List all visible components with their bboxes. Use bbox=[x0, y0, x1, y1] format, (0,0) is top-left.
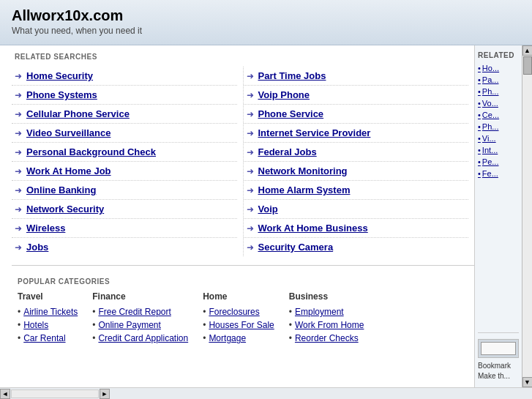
cat-link[interactable]: Hotels bbox=[23, 320, 48, 330]
list-item: Online Payment bbox=[92, 319, 188, 330]
list-item: Hotels bbox=[18, 319, 78, 330]
categories-grid: Travel Airline Tickets Hotels Car Rental… bbox=[15, 291, 471, 346]
header: Allworx10x.com What you need, when you n… bbox=[0, 0, 532, 45]
category-title: Home bbox=[203, 291, 274, 302]
right-link[interactable]: Ho... bbox=[478, 64, 519, 72]
search-link[interactable]: Online Banking bbox=[26, 184, 96, 195]
list-item: Foreclosures bbox=[203, 306, 274, 317]
list-item: ➜ Internet Service Provider bbox=[244, 124, 469, 143]
search-link[interactable]: Voip Phone bbox=[258, 89, 310, 100]
cat-link[interactable]: Reorder Checks bbox=[295, 333, 359, 343]
category-list: Airline Tickets Hotels Car Rental bbox=[18, 306, 78, 343]
category-finance: Finance Free Credit Report Online Paymen… bbox=[92, 291, 188, 346]
category-title: Travel bbox=[18, 291, 78, 302]
popular-categories-label: POPULAR CATEGORIES bbox=[15, 277, 471, 286]
list-item: ➜ Wireless bbox=[12, 219, 237, 238]
search-link[interactable]: Security Camera bbox=[258, 242, 334, 253]
arrow-icon: ➜ bbox=[15, 71, 22, 81]
search-link[interactable]: Work At Home Job bbox=[26, 165, 111, 176]
right-link[interactable]: Int... bbox=[478, 146, 519, 154]
search-link[interactable]: Cellular Phone Service bbox=[26, 108, 130, 119]
search-link[interactable]: Home Security bbox=[26, 70, 93, 81]
search-link[interactable]: Jobs bbox=[26, 242, 48, 253]
right-related-label: RELATED bbox=[478, 51, 519, 59]
divider bbox=[12, 265, 474, 266]
related-searches-grid: ➜ Home Security ➜ Phone Systems ➜ Cellul… bbox=[12, 67, 474, 256]
list-item: Credit Card Application bbox=[92, 332, 188, 343]
list-item: ➜ Jobs bbox=[12, 238, 237, 256]
cat-link[interactable]: Houses For Sale bbox=[209, 320, 274, 330]
category-home: Home Foreclosures Houses For Sale Mortga… bbox=[203, 291, 274, 346]
page-content: RELATED SEARCHES ➜ Home Security ➜ Phone… bbox=[0, 45, 532, 387]
right-link[interactable]: Ph... bbox=[478, 87, 519, 96]
cat-link[interactable]: Credit Card Application bbox=[98, 333, 188, 343]
list-item: ➜ Security Camera bbox=[244, 238, 469, 256]
arrow-icon: ➜ bbox=[15, 223, 22, 234]
site-title: Allworx10x.com bbox=[12, 7, 520, 24]
list-item: Work From Home bbox=[289, 319, 364, 330]
right-link[interactable]: Vi... bbox=[478, 134, 519, 143]
scroll-left-button[interactable]: ◄ bbox=[0, 389, 10, 399]
search-link[interactable]: Work At Home Business bbox=[258, 223, 368, 234]
cat-link[interactable]: Car Rental bbox=[23, 333, 65, 343]
cat-link[interactable]: Airline Tickets bbox=[23, 307, 78, 317]
list-item: Free Credit Report bbox=[92, 306, 188, 317]
arrow-icon: ➜ bbox=[247, 90, 254, 100]
search-link[interactable]: Home Alarm System bbox=[258, 184, 351, 195]
list-item: Employment bbox=[289, 306, 364, 317]
search-link[interactable]: Network Security bbox=[26, 204, 104, 215]
content-area: RELATED SEARCHES ➜ Home Security ➜ Phone… bbox=[0, 45, 474, 387]
search-link[interactable]: Voip bbox=[258, 204, 278, 215]
search-link[interactable]: Part Time Jobs bbox=[258, 70, 326, 81]
search-link[interactable]: Federal Jobs bbox=[258, 146, 317, 157]
cat-link[interactable]: Employment bbox=[295, 307, 344, 317]
list-item: ➜ Network Monitoring bbox=[244, 162, 469, 181]
search-link[interactable]: Phone Service bbox=[258, 108, 324, 119]
list-item: ➜ Voip Phone bbox=[244, 86, 469, 105]
list-item: ➜ Phone Service bbox=[244, 105, 469, 124]
scroll-thumb[interactable] bbox=[523, 56, 532, 75]
list-item: Airline Tickets bbox=[18, 306, 78, 317]
cat-link[interactable]: Work From Home bbox=[295, 320, 364, 330]
cat-link[interactable]: Mortgage bbox=[209, 333, 246, 343]
arrow-icon: ➜ bbox=[247, 204, 254, 215]
right-link[interactable]: Vo... bbox=[478, 99, 519, 108]
popular-categories: POPULAR CATEGORIES Travel Airline Ticket… bbox=[12, 272, 474, 351]
search-link[interactable]: Wireless bbox=[26, 223, 65, 234]
arrow-icon: ➜ bbox=[247, 128, 254, 138]
site-subtitle: What you need, when you need it bbox=[12, 26, 520, 36]
search-link[interactable]: Personal Background Check bbox=[26, 146, 156, 157]
search-link[interactable]: Internet Service Provider bbox=[258, 127, 371, 138]
arrow-icon: ➜ bbox=[247, 166, 254, 176]
page-body: Allworx10x.com What you need, when you n… bbox=[0, 0, 532, 399]
category-list: Foreclosures Houses For Sale Mortgage bbox=[203, 306, 274, 343]
cat-link[interactable]: Free Credit Report bbox=[98, 307, 171, 317]
arrow-icon: ➜ bbox=[15, 109, 22, 119]
right-link[interactable]: Pe... bbox=[478, 157, 519, 166]
scroll-down-button[interactable]: ▼ bbox=[522, 377, 533, 387]
right-link[interactable]: Ph... bbox=[478, 122, 519, 131]
scroll-track bbox=[522, 56, 533, 377]
scroll-up-button[interactable]: ▲ bbox=[522, 45, 533, 56]
category-list: Employment Work From Home Reorder Checks bbox=[289, 306, 364, 343]
arrow-icon: ➜ bbox=[15, 147, 22, 157]
arrow-icon: ➜ bbox=[15, 128, 22, 138]
cat-link[interactable]: Online Payment bbox=[98, 320, 160, 330]
search-link[interactable]: Video Surveillance bbox=[26, 127, 110, 138]
related-searches-label: RELATED SEARCHES bbox=[12, 53, 474, 61]
search-link[interactable]: Phone Systems bbox=[26, 89, 97, 100]
right-link[interactable]: Ce... bbox=[478, 111, 519, 119]
list-item: ➜ Phone Systems bbox=[12, 86, 237, 105]
search-link[interactable]: Network Monitoring bbox=[258, 165, 348, 176]
list-item: ➜ Work At Home Business bbox=[244, 219, 469, 238]
arrow-icon: ➜ bbox=[247, 242, 254, 253]
category-title: Finance bbox=[92, 291, 188, 302]
category-travel: Travel Airline Tickets Hotels Car Rental bbox=[18, 291, 78, 346]
list-item: ➜ Voip bbox=[244, 200, 469, 219]
right-link[interactable]: Pa... bbox=[478, 75, 519, 84]
scroll-right-button[interactable]: ► bbox=[100, 389, 110, 399]
category-title: Business bbox=[289, 291, 364, 302]
arrow-icon: ➜ bbox=[247, 223, 254, 234]
right-link[interactable]: Fe... bbox=[478, 169, 519, 178]
cat-link[interactable]: Foreclosures bbox=[209, 307, 259, 317]
